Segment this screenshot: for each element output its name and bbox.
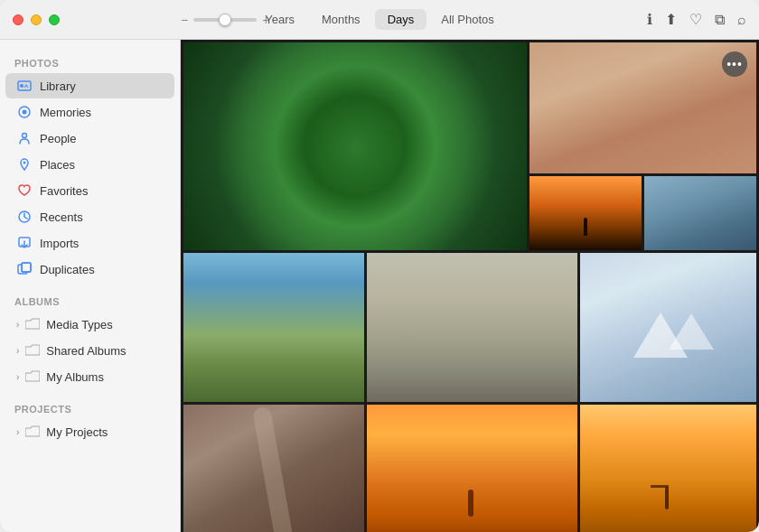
photo-winding-road[interactable] <box>183 405 364 532</box>
bottom-right-pair <box>529 176 756 250</box>
share-icon[interactable]: ⬆ <box>665 11 677 28</box>
sidebar-group-media-types[interactable]: › Media Types <box>5 312 174 337</box>
photos-section-label: Photos <box>0 51 180 72</box>
sidebar-group-shared-albums[interactable]: › Shared Albums <box>5 338 174 363</box>
titlebar: − + Years Months Days All Photos ℹ ⬆ ♡ ⧉… <box>0 0 759 40</box>
duplicates-icon <box>16 261 33 277</box>
svg-point-4 <box>23 134 27 138</box>
sidebar-item-imports-label: Imports <box>40 237 79 250</box>
library-icon <box>16 78 33 94</box>
sidebar-item-library-label: Library <box>40 79 76 93</box>
sidebar-group-shared-albums-label: Shared Albums <box>46 344 126 358</box>
sidebar-item-recents[interactable]: Recents <box>5 204 174 229</box>
sidebar-item-memories[interactable]: Memories <box>5 99 174 125</box>
sidebar: Photos Library M <box>0 40 181 532</box>
sidebar-item-duplicates[interactable]: Duplicates <box>5 257 174 282</box>
tab-years[interactable]: Years <box>252 9 307 30</box>
grid-row-2 <box>183 253 756 402</box>
my-albums-chevron: › <box>16 372 19 382</box>
right-column-1: ••• <box>529 42 756 250</box>
media-types-chevron: › <box>16 320 19 330</box>
titlebar-center: Years Months Days All Photos <box>0 9 759 30</box>
shared-albums-chevron: › <box>16 346 19 356</box>
my-projects-chevron: › <box>16 427 19 437</box>
sidebar-item-imports[interactable]: Imports <box>5 230 174 256</box>
close-button[interactable] <box>13 14 23 25</box>
photo-golden-sunset-arms-wide[interactable] <box>580 405 756 532</box>
sidebar-group-my-albums-label: My Albums <box>46 370 104 384</box>
tab-months[interactable]: Months <box>309 9 373 30</box>
sidebar-item-duplicates-label: Duplicates <box>40 263 95 276</box>
photo-mountain-woman[interactable] <box>644 176 756 250</box>
tab-days[interactable]: Days <box>375 9 427 30</box>
sidebar-item-recents-label: Recents <box>40 210 83 224</box>
sidebar-item-memories-label: Memories <box>40 106 91 119</box>
sidebar-group-my-albums[interactable]: › My Albums <box>5 364 174 389</box>
sidebar-item-places-label: Places <box>40 158 75 172</box>
duplicate-icon[interactable]: ⧉ <box>715 12 725 28</box>
svg-point-5 <box>23 162 26 164</box>
sidebar-item-people[interactable]: People <box>5 126 174 151</box>
my-projects-folder-icon <box>24 424 41 440</box>
sidebar-group-media-types-label: Media Types <box>46 318 112 331</box>
app-window: − + Years Months Days All Photos ℹ ⬆ ♡ ⧉… <box>0 0 759 532</box>
grid-row-1: ••• <box>183 42 756 250</box>
svg-point-3 <box>23 110 27 115</box>
photo-sunset-girl-silhouette[interactable] <box>367 405 577 532</box>
info-icon[interactable]: ℹ <box>647 11 652 28</box>
photo-snowy-mountains[interactable] <box>580 253 756 402</box>
traffic-lights <box>0 14 60 25</box>
sidebar-group-my-projects[interactable]: › My Projects <box>5 419 174 444</box>
tab-all-photos[interactable]: All Photos <box>428 9 507 30</box>
sidebar-group-my-projects-label: My Projects <box>46 425 108 439</box>
grid-row-3 <box>183 405 756 532</box>
photo-landscape-mountains[interactable] <box>183 253 364 402</box>
main-content: Photos Library M <box>0 40 759 532</box>
recents-icon <box>16 209 33 225</box>
photo-castle-town[interactable] <box>367 253 577 402</box>
people-icon <box>16 130 33 146</box>
photo-sunset-silhouette[interactable] <box>529 176 642 250</box>
titlebar-actions: ℹ ⬆ ♡ ⧉ ⌕ <box>647 11 746 28</box>
media-types-folder-icon <box>24 316 41 332</box>
minimize-button[interactable] <box>31 14 42 25</box>
heart-icon[interactable]: ♡ <box>689 11 702 28</box>
places-icon <box>16 156 33 173</box>
sidebar-item-places[interactable]: Places <box>5 152 174 177</box>
maximize-button[interactable] <box>49 14 60 25</box>
sidebar-item-library[interactable]: Library <box>5 73 174 98</box>
view-tabs: Years Months Days All Photos <box>252 9 507 30</box>
favorites-icon <box>16 182 33 199</box>
svg-point-1 <box>20 84 23 88</box>
imports-icon <box>16 235 33 251</box>
svg-rect-9 <box>22 263 31 272</box>
albums-section-label: Albums <box>0 289 180 311</box>
sidebar-item-favorites-label: Favorites <box>40 184 88 198</box>
memories-icon <box>16 104 33 120</box>
sidebar-item-people-label: People <box>40 132 76 145</box>
photo-forest[interactable] <box>183 42 527 250</box>
photo-grid: ••• <box>181 40 759 532</box>
projects-section-label: Projects <box>0 397 180 418</box>
sidebar-item-favorites[interactable]: Favorites <box>5 178 174 203</box>
search-icon[interactable]: ⌕ <box>737 12 746 28</box>
more-options-button[interactable]: ••• <box>722 51 747 77</box>
my-albums-folder-icon <box>24 369 41 385</box>
shared-albums-folder-icon <box>24 342 41 359</box>
photo-girl-portrait[interactable]: ••• <box>529 42 756 173</box>
